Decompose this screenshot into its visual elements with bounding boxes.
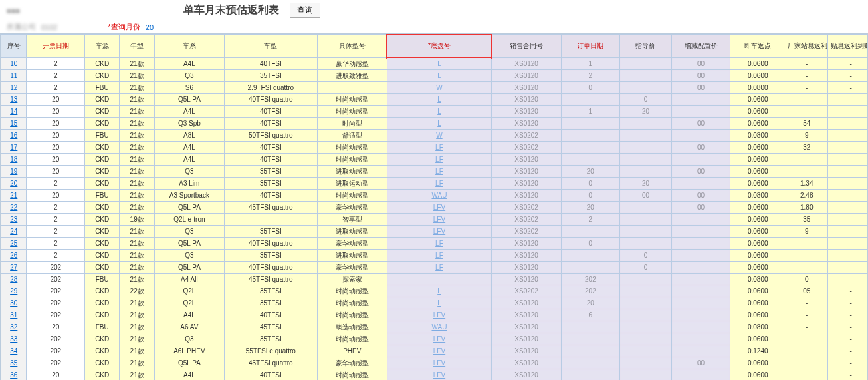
cell-seq[interactable]: 34 bbox=[1, 345, 27, 357]
table-row[interactable]: 34202CKD21款A6L PHEV55TFSI e quattroPHEVL… bbox=[1, 345, 869, 357]
cell-seq[interactable]: 28 bbox=[1, 274, 27, 285]
th-config-price[interactable]: 增减配置价 bbox=[672, 35, 730, 58]
cell-seq[interactable]: 13 bbox=[1, 94, 27, 106]
th-contract[interactable]: 销售合同号 bbox=[492, 35, 562, 58]
cell-seq[interactable]: 27 bbox=[1, 262, 27, 274]
cell-vin[interactable]: LFV bbox=[387, 214, 491, 226]
cell-vin[interactable]: L bbox=[387, 118, 491, 130]
cell-seq[interactable]: 21 bbox=[1, 190, 27, 202]
table-row[interactable]: 27202CKD21款Q5L PA40TFSI quattro豪华动感型LFXS… bbox=[1, 262, 869, 274]
cell-seq[interactable]: 33 bbox=[1, 333, 27, 345]
table-row[interactable]: 29202CKD22款Q2L35TFSI时尚动感型LXS02022020.060… bbox=[1, 285, 869, 297]
table-row[interactable]: 262CKD21款Q335TFSI进取动感型LFXS012000.0600- bbox=[1, 250, 869, 262]
cell-seq[interactable]: 36 bbox=[1, 369, 27, 381]
th-rebate-pt[interactable]: 即车返点 bbox=[730, 35, 786, 58]
cell-seq[interactable]: 32 bbox=[1, 321, 27, 333]
table-row[interactable]: 3620CKD21款A4L40TFSI时尚动感型LFVXS01200.0600-… bbox=[1, 369, 869, 381]
th-model[interactable]: 车型 bbox=[224, 35, 317, 58]
cell-vin[interactable]: LFV bbox=[387, 333, 491, 345]
cell-vin[interactable]: LFV bbox=[387, 345, 491, 357]
cell-vin[interactable]: L bbox=[387, 70, 491, 82]
cell-seq[interactable]: 16 bbox=[1, 130, 27, 142]
cell-seq[interactable]: 19 bbox=[1, 166, 27, 178]
cell-vin[interactable]: LF bbox=[387, 262, 491, 274]
cell-seq[interactable]: 25 bbox=[1, 238, 27, 250]
table-row[interactable]: 242CKD21款Q335TFSI进取动感型LFVXS02020.06009-3 bbox=[1, 226, 869, 238]
cell-seq[interactable]: 30 bbox=[1, 297, 27, 309]
cell-seq[interactable]: 15 bbox=[1, 118, 27, 130]
cell-vin[interactable]: LF bbox=[387, 178, 491, 190]
th-seq[interactable]: 序号 bbox=[1, 35, 27, 58]
cell-vin[interactable]: WAU bbox=[387, 321, 491, 333]
cell-seq[interactable]: 35 bbox=[1, 357, 27, 369]
cell-vin[interactable]: L bbox=[387, 285, 491, 297]
cell-vin[interactable]: LFV bbox=[387, 226, 491, 238]
cell-seq[interactable]: 20 bbox=[1, 178, 27, 190]
table-row[interactable]: 1620FBU21款A8L50TFSI quattro舒适型WXS02020.0… bbox=[1, 130, 869, 142]
cell-seq[interactable]: 23 bbox=[1, 214, 27, 226]
table-row[interactable]: 1920CKD21款Q335TFSI进取动感型LFXS012020000.060… bbox=[1, 166, 869, 178]
cell-seq[interactable]: 17 bbox=[1, 142, 27, 154]
table-row[interactable]: 1420CKD21款A4L40TFSI时尚动感型LXS01201200.0600… bbox=[1, 106, 869, 118]
cell-seq[interactable]: 12 bbox=[1, 82, 27, 94]
cell-vin[interactable]: L bbox=[387, 58, 491, 70]
th-spec[interactable]: 具体型号 bbox=[317, 35, 387, 58]
table-row[interactable]: 112CKD21款Q335TFSI进取致雅型LXS01202000.0600--… bbox=[1, 70, 869, 82]
cell-seq[interactable]: 10 bbox=[1, 58, 27, 70]
table-row[interactable]: 232CKD19款Q2L e-tron智享型LFVXS020220.060035… bbox=[1, 214, 869, 226]
th-year[interactable]: 年型 bbox=[120, 35, 154, 58]
cell-vin[interactable] bbox=[387, 274, 491, 285]
th-series[interactable]: 车系 bbox=[154, 35, 224, 58]
table-row[interactable]: 2120FBU21款A3 Sportback40TFSI时尚动感型WAUXS01… bbox=[1, 190, 869, 202]
cell-seq[interactable]: 18 bbox=[1, 154, 27, 166]
th-invoice-date[interactable]: 开票日期 bbox=[27, 35, 84, 58]
cell-vin[interactable]: LF bbox=[387, 166, 491, 178]
table-row[interactable]: 30202CKD21款Q2L35TFSI时尚动感型LXS0120200.0600… bbox=[1, 297, 869, 309]
filter-month-value[interactable]: 20 bbox=[146, 23, 154, 31]
filter-company-value[interactable]: 0102 bbox=[41, 23, 57, 31]
cell-seq[interactable]: 11 bbox=[1, 70, 27, 82]
cell-seq[interactable]: 31 bbox=[1, 309, 27, 321]
th-subsidy[interactable]: 贴息返利到账 bbox=[827, 35, 868, 58]
table-row[interactable]: 31202CKD21款A4L40TFSI时尚动感型LFVXS012060.060… bbox=[1, 309, 869, 321]
cell-vin[interactable]: WAU bbox=[387, 190, 491, 202]
table-row[interactable]: 122FBU21款S62.9TFSI quattroWXS01200000.08… bbox=[1, 82, 869, 94]
th-guide-price[interactable]: 指导价 bbox=[619, 35, 672, 58]
cell-seq[interactable]: 24 bbox=[1, 226, 27, 238]
query-button[interactable]: 查询 bbox=[290, 3, 320, 18]
cell-vin[interactable]: LFV bbox=[387, 202, 491, 214]
cell-vin[interactable]: LF bbox=[387, 238, 491, 250]
cell-vin[interactable]: LF bbox=[387, 250, 491, 262]
cell-vin[interactable]: L bbox=[387, 297, 491, 309]
cell-vin[interactable]: LF bbox=[387, 142, 491, 154]
table-row[interactable]: 222CKD21款Q5L PA45TFSI quattro豪华动感型LFVXS0… bbox=[1, 202, 869, 214]
cell-seq[interactable]: 22 bbox=[1, 202, 27, 214]
cell-vin[interactable]: L bbox=[387, 94, 491, 106]
table-row[interactable]: 252CKD21款Q5L PA40TFSI quattro豪华动感型LFXS01… bbox=[1, 238, 869, 250]
table-row[interactable]: 35202CKD21款Q5L PA45TFSI quattro豪华动感型LFVX… bbox=[1, 357, 869, 369]
th-source[interactable]: 车源 bbox=[84, 35, 119, 58]
cell-seq[interactable]: 29 bbox=[1, 285, 27, 297]
th-vin[interactable]: *底盘号 bbox=[387, 35, 491, 58]
table-row[interactable]: 28202FBU21款A4 All45TFSI quattro探索家XS0120… bbox=[1, 274, 869, 285]
table-row[interactable]: 102CKD21款A4L40TFSI豪华动感型LXS01201000.0600-… bbox=[1, 58, 869, 70]
cell-vin[interactable]: LF bbox=[387, 154, 491, 166]
table-row[interactable]: 202CKD21款A3 Lim35TFSI进取运动型LFXS01200200.0… bbox=[1, 178, 869, 190]
table-row[interactable]: 1720CKD21款A4L40TFSI时尚动感型LFXS0202000.0600… bbox=[1, 142, 869, 154]
table-row[interactable]: 1820CKD21款A4L40TFSI时尚动感型LFXS01200.0600-0 bbox=[1, 154, 869, 166]
cell-seq[interactable]: 26 bbox=[1, 250, 27, 262]
cell-vin[interactable]: LFV bbox=[387, 309, 491, 321]
cell-vin[interactable]: W bbox=[387, 130, 491, 142]
table-row[interactable]: 1320CKD21款Q5L PA40TFSI quattro时尚动感型LXS01… bbox=[1, 94, 869, 106]
th-order-date[interactable]: 订单日期 bbox=[562, 35, 619, 58]
th-mfr-rebate[interactable]: 厂家站息返利 bbox=[786, 35, 827, 58]
table-row[interactable]: 33202CKD21款Q335TFSI时尚动感型LFVXS01200.0600- bbox=[1, 333, 869, 345]
cell-vin[interactable]: LFV bbox=[387, 357, 491, 369]
cell-seq[interactable]: 14 bbox=[1, 106, 27, 118]
data-table-wrapper[interactable]: 序号 开票日期 车源 年型 车系 车型 具体型号 *底盘号 销售合同号 订单日期… bbox=[0, 33, 868, 380]
cell-vin[interactable]: LFV bbox=[387, 369, 491, 381]
cell-vin[interactable]: W bbox=[387, 82, 491, 94]
cell-vin[interactable]: L bbox=[387, 106, 491, 118]
table-row[interactable]: 1520CKD21款Q3 Spb40TFSI时尚型LXS0120000.0600… bbox=[1, 118, 869, 130]
table-row[interactable]: 3220FBU21款A6 AV45TFSI臻选动感型WAUXS01200.080… bbox=[1, 321, 869, 333]
